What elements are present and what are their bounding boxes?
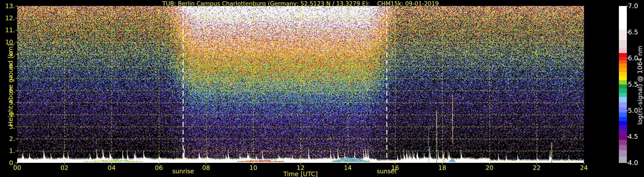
x-tick-mark [111, 163, 112, 164]
x-tick-mark [300, 163, 301, 164]
colorbar-segment [619, 150, 627, 156]
colorbar-segment [619, 53, 627, 57]
y-tick-mark [16, 138, 17, 139]
x-tick-mark [206, 163, 206, 164]
colorbar-segment [619, 72, 627, 76]
colorbar-segment [619, 30, 627, 40]
colorbar-tick-mark [627, 32, 628, 33]
y-tick-mark [16, 90, 17, 91]
colorbar-segment [619, 140, 627, 145]
colorbar-segment [619, 156, 627, 163]
y-tick-mark [16, 18, 17, 18]
y-tick-label: 11. [0, 27, 15, 33]
colorbar-tick-mark [627, 136, 628, 137]
y-tick-label: 8. [0, 63, 15, 70]
colorbar-segment [619, 129, 627, 134]
colorbar-segment [619, 64, 627, 68]
colorbar-segment [619, 107, 627, 113]
y-tick-mark [16, 6, 17, 6]
y-tick-mark [16, 150, 17, 151]
y-tick-label: 7. [0, 75, 15, 82]
colorbar-segment [619, 48, 627, 53]
colorbar-tick-mark [627, 58, 628, 58]
colorbar [619, 6, 627, 163]
y-tick-label: 13. [0, 3, 15, 9]
colorbar-segment [619, 102, 627, 107]
colorbar-segment [619, 57, 627, 60]
y-tick-label: 3. [0, 123, 15, 130]
colorbar-segment [619, 60, 627, 64]
x-tick-mark [395, 163, 395, 164]
y-tick-mark [16, 78, 17, 79]
colorbar-tick-label: 6.5 [628, 29, 643, 36]
colorbar-segment [619, 125, 627, 129]
y-tick-mark [16, 114, 17, 115]
colorbar-tick-mark [627, 84, 628, 85]
x-tick-mark [64, 163, 64, 164]
sunset-label: sunset [370, 168, 404, 175]
colorbar-segment [619, 40, 627, 48]
y-tick-label: 2. [0, 135, 15, 142]
x-axis-label: Time [UTC] [17, 170, 584, 177]
y-tick-label: 9. [0, 51, 15, 58]
colorbar-segment [619, 97, 627, 102]
y-tick-label: 5. [0, 99, 15, 106]
y-tick-mark [16, 66, 17, 67]
colorbar-tick-mark [627, 110, 628, 111]
ceilometer-quicklook-figure: TUB: Berlin Campus Charlottenburg (Germa… [0, 0, 644, 177]
y-tick-label: 1. [0, 147, 15, 154]
colorbar-segment [619, 121, 627, 125]
y-tick-mark [16, 102, 17, 103]
colorbar-tick-label: 4.0 [628, 160, 643, 166]
colorbar-tick-mark [627, 163, 628, 163]
y-tick-mark [16, 54, 17, 55]
colorbar-segment [619, 117, 627, 121]
colorbar-segment [619, 113, 627, 117]
colorbar-tick-mark [627, 6, 628, 6]
y-tick-label: 6. [0, 87, 15, 94]
x-tick-mark [158, 163, 159, 164]
colorbar-segment [619, 68, 627, 72]
colorbar-segment [619, 89, 627, 93]
colorbar-segment [619, 134, 627, 140]
x-tick-mark [584, 163, 584, 164]
colorbar-segment [619, 145, 627, 150]
y-tick-mark [16, 30, 17, 30]
y-tick-mark [16, 42, 17, 42]
x-tick-mark [17, 163, 18, 164]
colorbar-label: log(rc-signal) @ 1064 nm [636, 45, 644, 126]
x-tick-mark [348, 163, 348, 164]
colorbar-tick-label: 7.0 [628, 3, 643, 9]
colorbar-segment [619, 80, 627, 84]
x-tick-mark [253, 163, 254, 164]
colorbar-segment [619, 76, 627, 80]
colorbar-segment [619, 6, 627, 30]
heatmap-canvas[interactable] [17, 6, 584, 163]
sunrise-label: sunrise [166, 168, 200, 175]
y-tick-label: 12. [0, 15, 15, 21]
colorbar-tick-label: 4.5 [628, 133, 643, 140]
y-tick-label: 4. [0, 111, 15, 118]
y-tick-label: 10. [0, 39, 15, 45]
x-tick-mark [442, 163, 442, 164]
x-tick-mark [536, 163, 537, 164]
x-tick-mark [489, 163, 490, 164]
colorbar-segment [619, 84, 627, 89]
colorbar-segment [619, 93, 627, 97]
y-tick-mark [16, 126, 17, 127]
